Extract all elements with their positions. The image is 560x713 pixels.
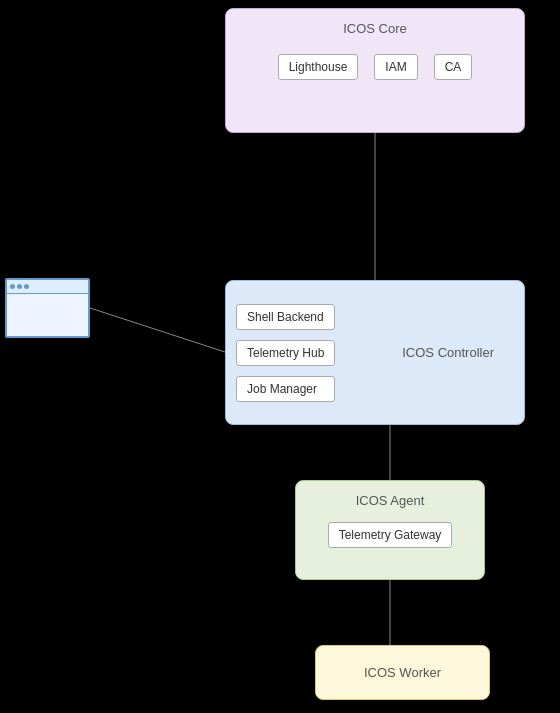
icos-agent-label: ICOS Agent	[356, 493, 425, 508]
browser-dot-2	[17, 284, 22, 289]
icos-controller-children: Shell Backend Telemetry Hub Job Manager	[236, 304, 335, 402]
icos-controller-box: Shell Backend Telemetry Hub Job Manager …	[225, 280, 525, 425]
telemetry-hub-box: Telemetry Hub	[236, 340, 335, 366]
job-manager-box: Job Manager	[236, 376, 335, 402]
telemetry-gateway-box: Telemetry Gateway	[328, 522, 453, 548]
browser-dot-1	[10, 284, 15, 289]
icos-core-children: Lighthouse IAM CA	[278, 54, 473, 80]
lighthouse-box: Lighthouse	[278, 54, 359, 80]
icos-worker-box: ICOS Worker	[315, 645, 490, 700]
svg-line-3	[90, 308, 225, 352]
icos-core-box: ICOS Core Lighthouse IAM CA	[225, 8, 525, 133]
shell-backend-box: Shell Backend	[236, 304, 335, 330]
browser-titlebar	[7, 280, 88, 294]
browser-content	[7, 294, 88, 336]
icos-worker-label: ICOS Worker	[364, 665, 441, 680]
icos-agent-box: ICOS Agent Telemetry Gateway	[295, 480, 485, 580]
browser-dot-3	[24, 284, 29, 289]
diagram-area: ICOS Core Lighthouse IAM CA Shell Backen…	[0, 0, 560, 713]
ca-box: CA	[434, 54, 473, 80]
icos-controller-label: ICOS Controller	[402, 345, 514, 360]
browser-window-icon	[5, 278, 90, 338]
icos-core-label: ICOS Core	[343, 21, 407, 36]
iam-box: IAM	[374, 54, 417, 80]
